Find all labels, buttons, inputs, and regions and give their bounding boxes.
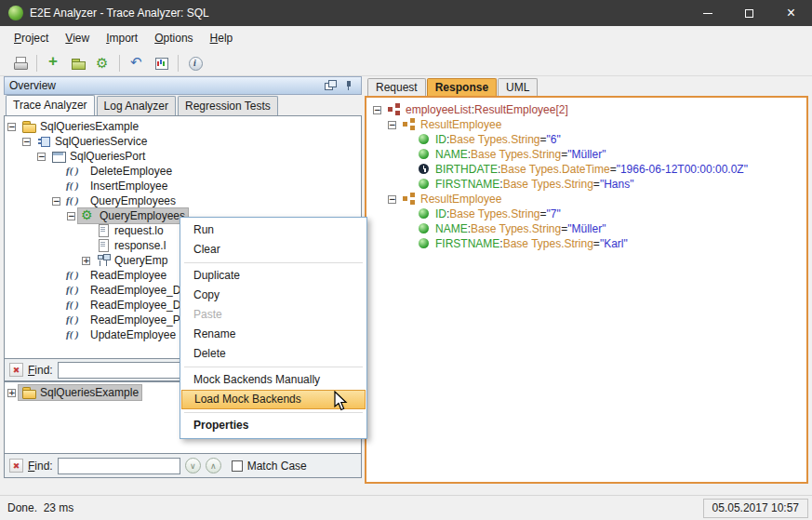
tree-item-label[interactable]: ReadEmployee: [63, 268, 169, 283]
tree-item-insertemployee[interactable]: InsertEmployee: [5, 179, 361, 193]
tab-uml[interactable]: UML: [498, 78, 538, 96]
collapse-icon[interactable]: −: [7, 123, 16, 131]
pin-icon[interactable]: [341, 78, 356, 93]
tree-item-queryemployees[interactable]: −QueryEmployees: [5, 193, 361, 208]
menu-item-view[interactable]: View: [57, 28, 98, 48]
tree-item-label[interactable]: response.l: [93, 238, 168, 253]
function-icon: [66, 313, 87, 327]
tree-item-label[interactable]: SqlQueriesExample: [19, 385, 141, 400]
open-folder-button[interactable]: [66, 52, 90, 74]
tree-item-label[interactable]: UpdateEmployee: [63, 327, 179, 342]
field-type: Base Types.DateTime: [500, 163, 609, 176]
context-menu-item-run[interactable]: Run: [181, 220, 366, 240]
tree-item-label[interactable]: QueryEmp: [93, 253, 170, 268]
tree-item-label[interactable]: SqlQueriesExample: [19, 119, 141, 134]
tree-item-sqlqueriesexample[interactable]: −SqlQueriesExample: [5, 119, 361, 134]
response-item-firstname[interactable]: FIRSTNAME: Base Types.String = "Karl": [370, 236, 806, 251]
collapse-icon[interactable]: −: [52, 197, 60, 206]
tree-item-label[interactable]: SqlQueriesService: [33, 134, 150, 149]
tree-item-label[interactable]: request.lo: [93, 223, 166, 238]
response-item-birthdate[interactable]: BIRTHDATE: Base Types.DateTime = "1966-0…: [370, 162, 806, 177]
open-folder-icon: [71, 56, 86, 71]
collapse-icon[interactable]: −: [388, 195, 396, 204]
expand-icon[interactable]: +: [7, 389, 16, 397]
response-item-label: employeeList: ResultEmployee[2]: [384, 102, 571, 117]
tab-regression-tests[interactable]: Regression Tests: [178, 96, 278, 115]
context-menu-item-rename[interactable]: Rename: [181, 325, 366, 344]
field-name: NAME: [435, 222, 468, 235]
response-item-id[interactable]: ID: Base Types.String = "7": [370, 207, 806, 221]
menu-separator: [184, 262, 363, 263]
collapse-icon[interactable]: −: [37, 153, 46, 161]
float-window-icon[interactable]: [323, 78, 338, 93]
settings-gear-button[interactable]: [90, 52, 114, 74]
close-find-button[interactable]: [9, 363, 23, 377]
menu-item-import[interactable]: Import: [98, 28, 146, 48]
tree-item-label[interactable]: DeleteEmployee: [63, 164, 175, 179]
tree-item-label[interactable]: QueryEmployees: [63, 193, 179, 208]
collapse-icon[interactable]: −: [373, 106, 381, 114]
tab-request[interactable]: Request: [367, 78, 426, 96]
match-case-checkbox[interactable]: [232, 460, 243, 472]
context-menu-item-copy[interactable]: Copy: [181, 286, 366, 305]
context-menu-item-properties[interactable]: Properties: [181, 416, 366, 435]
response-item-employeelist[interactable]: −employeeList: ResultEmployee[2]: [370, 102, 806, 117]
tree-item-label[interactable]: ReadEmployee_Pa...: [63, 313, 198, 327]
tree-item-label[interactable]: ReadEmployee_Dy...: [63, 298, 198, 313]
collapse-icon[interactable]: −: [67, 212, 75, 220]
printer-button[interactable]: [7, 52, 32, 74]
tree-item-label[interactable]: SqlQueriesPort: [48, 149, 148, 164]
menu-item-options[interactable]: Options: [146, 28, 201, 48]
tab-response[interactable]: Response: [427, 78, 497, 96]
response-item-name[interactable]: NAME: Base Types.String = "Müller": [370, 221, 806, 236]
find-input[interactable]: [58, 458, 180, 474]
response-item-resultemployee[interactable]: −ResultEmployee: [370, 192, 806, 207]
minimize-icon: [703, 13, 712, 14]
tree-item-sqlqueriesport[interactable]: −SqlQueriesPort: [5, 149, 361, 164]
context-menu-item-mock-backends-manually[interactable]: Mock Backends Manually: [181, 370, 366, 390]
minimize-button[interactable]: [686, 0, 728, 26]
close-button[interactable]: [770, 0, 812, 26]
maximize-button[interactable]: [728, 0, 770, 26]
tree-item-deleteemployee[interactable]: DeleteEmployee: [5, 164, 361, 179]
context-menu-item-delete[interactable]: Delete: [181, 344, 366, 364]
overview-header[interactable]: Overview: [4, 76, 362, 95]
tree-item-label[interactable]: ReadEmployee_Dy...: [63, 283, 198, 298]
expand-icon[interactable]: +: [82, 257, 90, 265]
node-orange-icon: [402, 192, 417, 207]
response-item-name[interactable]: NAME: Base Types.String = "Müller": [370, 147, 806, 162]
find-next-button[interactable]: [185, 458, 201, 473]
attribute-green-icon: [417, 236, 432, 251]
gear-green-icon: [81, 208, 96, 223]
attribute-green-icon: [417, 147, 432, 162]
context-menu-item-duplicate[interactable]: Duplicate: [181, 266, 366, 286]
response-item-firstname[interactable]: FIRSTNAME: Base Types.String = "Hans": [370, 177, 806, 192]
add-button[interactable]: [42, 52, 66, 74]
collapse-icon[interactable]: −: [388, 121, 396, 129]
response-item-resultemployee[interactable]: −ResultEmployee: [370, 117, 806, 132]
response-item-id[interactable]: ID: Base Types.String = "6": [370, 132, 806, 147]
tree-item-sqlqueriesservice[interactable]: −SqlQueriesService: [5, 134, 361, 149]
close-find-button[interactable]: [9, 459, 23, 473]
tree-item-label[interactable]: QueryEmployees: [78, 208, 188, 223]
attribute-green-icon: [417, 221, 432, 236]
tab-log-analyzer[interactable]: Log Analyzer: [97, 96, 176, 115]
add-icon: [47, 56, 61, 71]
menu-item-help[interactable]: Help: [202, 28, 242, 48]
collapse-icon[interactable]: −: [22, 138, 31, 146]
find-previous-button[interactable]: [206, 458, 221, 473]
context-menu-item-clear[interactable]: Clear: [181, 240, 366, 260]
tree-item-text: DeleteEmployee: [90, 165, 172, 178]
overview-header-icons: [323, 78, 356, 93]
menu-item-project[interactable]: Project: [6, 28, 57, 48]
info-button[interactable]: [183, 52, 207, 74]
tree-item-label[interactable]: InsertEmployee: [63, 179, 170, 193]
title-bar[interactable]: E2E Analyzer - Trace Analyzer: SQL: [0, 0, 812, 26]
tab-trace-analyzer[interactable]: Trace Analyzer: [6, 95, 95, 115]
tree-item-text: response.l: [114, 239, 166, 252]
equals-text: =: [593, 178, 600, 191]
equals-text: =: [540, 133, 547, 146]
export-table-button[interactable]: [149, 52, 173, 74]
undo-button[interactable]: [125, 52, 149, 74]
undo-icon: [129, 56, 144, 71]
